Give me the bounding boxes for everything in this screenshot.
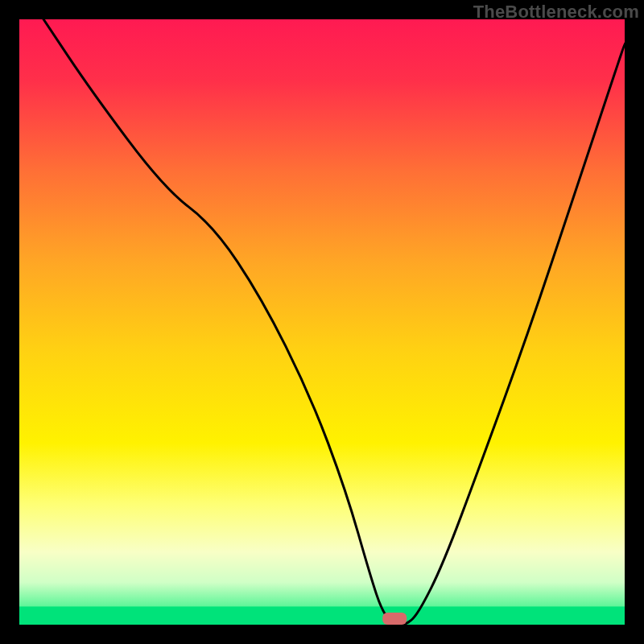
optimal-marker [382,613,407,625]
chart-plot-area [19,19,625,625]
chart-green-band [19,606,625,625]
chart-background [19,19,625,625]
attribution-label: TheBottleneck.com [473,2,639,23]
chart-svg [19,19,625,625]
chart-frame: TheBottleneck.com [0,0,644,644]
